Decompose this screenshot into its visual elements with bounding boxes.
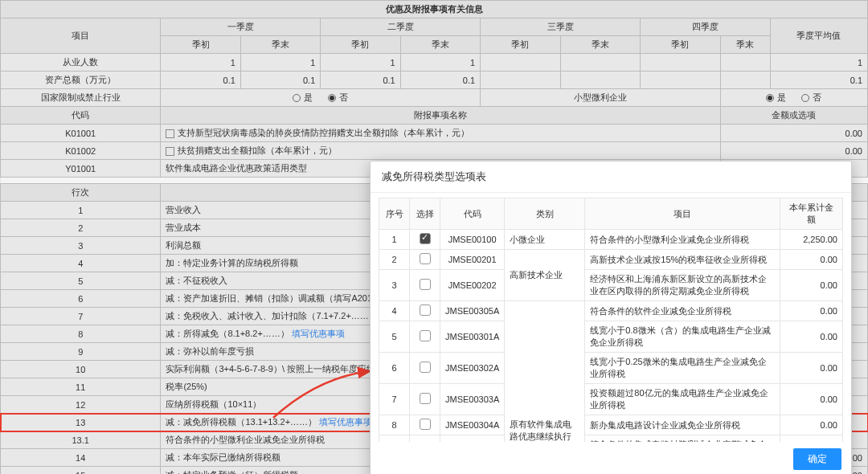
small-enterprise-radio-group[interactable]: 是 否: [720, 89, 867, 107]
checkbox-icon: [420, 330, 431, 341]
restricted-radio-group[interactable]: 是 否: [161, 89, 481, 107]
checkbox-icon: [420, 393, 431, 404]
checkbox-icon: [420, 419, 431, 430]
select-checkbox[interactable]: [410, 353, 440, 384]
hdr-q3: 三季度: [481, 18, 641, 36]
modal-row: 7JMSE00303A投资额超过80亿元的集成电路生产企业减免企业所得税0.00: [379, 384, 843, 415]
row-restricted-label: 国家限制或禁止行业: [1, 89, 161, 107]
fill-benefit-link[interactable]: 填写优惠事项: [319, 417, 372, 427]
modal-row: 8JMSE00304A新办集成电路设计企业减免企业所得税0.00: [379, 415, 843, 435]
select-checkbox[interactable]: [410, 435, 440, 443]
select-checkbox[interactable]: [410, 270, 440, 301]
modal-row: 1JMSE00100小微企业符合条件的小型微利企业减免企业所得税2,250.00: [379, 230, 843, 250]
hdr-q4: 四季度: [640, 18, 770, 36]
hdr-q2: 二季度: [321, 18, 481, 36]
radio-yes-icon[interactable]: [766, 94, 774, 102]
checkbox-icon: [420, 233, 431, 244]
fill-benefit-link[interactable]: 填写优惠事项: [292, 329, 345, 338]
section-title: 优惠及附报事项有关信息: [1, 1, 868, 18]
modal-row: 9JMSE00306A符合条件的集成电路封装测试企业定期减免企业所得税0.00: [379, 435, 843, 443]
select-checkbox[interactable]: [410, 230, 440, 250]
select-checkbox[interactable]: [410, 321, 440, 353]
radio-no-icon[interactable]: [801, 94, 809, 102]
radio-no-icon[interactable]: [328, 94, 336, 102]
checkbox-icon: [420, 279, 431, 290]
checkbox-icon[interactable]: [166, 147, 174, 156]
tax-reduction-modal: 减免所得税类型选项表 序号 选择 代码 类别 项目 本年累计金额 1JMSE00…: [370, 161, 852, 474]
modal-row: 2JMSE00201高新技术企业高新技术企业减按15%的税率征收企业所得税0.0…: [379, 250, 843, 270]
select-checkbox[interactable]: [410, 250, 440, 270]
row-assets-label: 资产总额（万元）: [1, 72, 161, 89]
select-checkbox[interactable]: [410, 415, 440, 435]
radio-yes-icon[interactable]: [293, 94, 301, 102]
modal-row: 3JMSE00202经济特区和上海浦东新区新设立的高新技术企业在区内取得的所得定…: [379, 270, 843, 301]
modal-title: 减免所得税类型选项表: [371, 161, 851, 193]
modal-row: 5JMSE00301A线宽小于0.8微米（含）的集成电路生产企业减免企业所得税0…: [379, 321, 843, 353]
hdr-avg: 季度平均值: [770, 18, 867, 54]
checkbox-icon: [420, 253, 431, 264]
category-cell: 原有软件集成电路优惠继续执行至到期: [505, 301, 585, 443]
checkbox-icon: [420, 362, 431, 373]
category-cell: 高新技术企业: [505, 250, 585, 301]
select-checkbox[interactable]: [410, 301, 440, 321]
hdr-q1: 一季度: [161, 18, 321, 36]
category-cell: 小微企业: [505, 230, 585, 250]
row-employees-label: 从业人数: [1, 54, 161, 72]
modal-row: 4JMSE00305A原有软件集成电路优惠继续执行至到期符合条件的软件企业减免企…: [379, 301, 843, 321]
hdr-project: 项目: [1, 18, 161, 54]
small-enterprise-label: 小型微利企业: [481, 89, 720, 107]
checkbox-icon: [420, 304, 431, 316]
modal-row: 6JMSE00302A线宽小于0.25微米的集成电路生产企业减免企业所得税0.0…: [379, 353, 843, 384]
confirm-button[interactable]: 确定: [793, 448, 841, 470]
modal-table: 序号 选择 代码 类别 项目 本年累计金额 1JMSE00100小微企业符合条件…: [379, 198, 843, 442]
checkbox-icon[interactable]: [166, 129, 174, 138]
select-checkbox[interactable]: [410, 384, 440, 415]
